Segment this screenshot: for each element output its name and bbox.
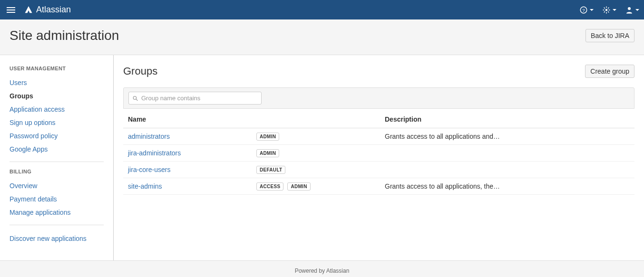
help-icon: ? <box>579 6 588 14</box>
sidebar-section-billing: BILLING Overview Payment details Manage … <box>10 169 104 219</box>
sidebar-item-application-access[interactable]: Application access <box>10 103 104 116</box>
sidebar-item-label[interactable]: Google Apps <box>10 145 48 153</box>
atlassian-logo-mark <box>24 5 33 15</box>
sidebar-item-label[interactable]: Users <box>10 79 27 86</box>
sidebar-section-title: USER MANAGEMENT <box>10 66 104 71</box>
sidebar-item-label[interactable]: Application access <box>10 105 65 113</box>
groups-table: Name Description administrators ADMIN Gr… <box>123 109 634 195</box>
column-header-name: Name <box>123 109 252 128</box>
chevron-down-icon <box>590 9 594 11</box>
group-description: Grants access to all applications and… <box>380 128 634 145</box>
help-menu[interactable]: ? <box>579 6 594 14</box>
group-badge: ACCESS <box>256 182 283 191</box>
sidebar-section-title: BILLING <box>10 169 104 174</box>
svg-line-7 <box>604 7 605 8</box>
group-link[interactable]: jira-administrators <box>128 149 181 157</box>
group-badge: ADMIN <box>256 133 279 141</box>
sidebar-item-users[interactable]: Users <box>10 76 104 89</box>
search-icon <box>132 95 138 101</box>
group-link[interactable]: administrators <box>128 133 170 140</box>
table-row: site-admins ACCESS ADMIN Grants access t… <box>123 178 634 195</box>
user-icon <box>625 6 634 14</box>
chevron-down-icon <box>635 9 639 11</box>
sidebar-item-password-policy[interactable]: Password policy <box>10 129 104 143</box>
sidebar-item-label[interactable]: Discover new applications <box>10 235 87 242</box>
app-switcher-icon[interactable] <box>5 5 17 15</box>
group-badge: DEFAULT <box>256 166 285 174</box>
sidebar-item-payment-details[interactable]: Payment details <box>10 192 104 206</box>
footer: Powered by Atlassian <box>0 260 644 277</box>
gear-icon <box>602 6 611 14</box>
svg-point-2 <box>605 9 608 11</box>
brand-text: Atlassian <box>36 5 71 15</box>
svg-line-10 <box>608 7 609 8</box>
group-badge: ADMIN <box>287 182 310 191</box>
back-to-jira-button[interactable]: Back to JIRA <box>585 29 634 42</box>
group-description: Grants access to all applications, the… <box>380 178 634 195</box>
search-bar <box>123 87 634 109</box>
sidebar-item-discover-new-applications[interactable]: Discover new applications <box>10 232 104 245</box>
group-description <box>380 145 634 162</box>
sidebar-item-overview[interactable]: Overview <box>10 179 104 192</box>
page-header: Site administration Back to JIRA <box>0 19 644 55</box>
sidebar-item-label[interactable]: Payment details <box>10 195 57 203</box>
chevron-down-icon <box>613 9 616 11</box>
sidebar: USER MANAGEMENT Users Groups Application… <box>0 55 114 260</box>
svg-line-13 <box>136 99 137 100</box>
sidebar-item-groups[interactable]: Groups <box>10 89 104 103</box>
sidebar-divider <box>10 225 104 225</box>
page-title: Site administration <box>10 28 119 43</box>
sidebar-item-label: Groups <box>10 92 33 100</box>
table-row: administrators ADMIN Grants access to al… <box>123 128 634 145</box>
atlassian-logo[interactable]: Atlassian <box>24 5 71 15</box>
sidebar-item-manage-applications[interactable]: Manage applications <box>10 206 104 219</box>
svg-point-12 <box>133 96 137 99</box>
svg-text:?: ? <box>582 7 585 12</box>
column-header-description: Description <box>380 109 634 128</box>
settings-menu[interactable] <box>602 6 616 14</box>
column-header-badges <box>252 109 380 128</box>
group-badge: ADMIN <box>256 149 279 157</box>
sidebar-item-sign-up-options[interactable]: Sign up options <box>10 116 104 129</box>
svg-line-8 <box>608 11 609 12</box>
footer-text: Powered by Atlassian <box>295 267 350 274</box>
svg-point-11 <box>628 7 631 10</box>
sidebar-item-label[interactable]: Manage applications <box>10 209 70 216</box>
table-row: jira-administrators ADMIN <box>123 145 634 162</box>
group-link[interactable]: jira-core-users <box>128 166 170 173</box>
create-group-button[interactable]: Create group <box>585 65 634 78</box>
sidebar-item-google-apps[interactable]: Google Apps <box>10 143 104 156</box>
table-row: jira-core-users DEFAULT <box>123 162 634 178</box>
sidebar-item-label[interactable]: Overview <box>10 182 37 190</box>
sidebar-item-label[interactable]: Password policy <box>10 132 58 140</box>
group-description <box>380 162 634 178</box>
group-search-input[interactable] <box>128 92 262 105</box>
section-title: Groups <box>123 65 157 77</box>
profile-menu[interactable] <box>625 6 639 14</box>
group-link[interactable]: site-admins <box>128 182 162 190</box>
svg-line-9 <box>604 11 605 12</box>
top-nav: Atlassian ? <box>0 0 644 19</box>
main-content: Groups Create group Name Description adm… <box>114 55 644 260</box>
sidebar-section-user-management: USER MANAGEMENT Users Groups Application… <box>10 66 104 156</box>
sidebar-item-label[interactable]: Sign up options <box>10 119 56 126</box>
sidebar-divider <box>10 162 104 162</box>
